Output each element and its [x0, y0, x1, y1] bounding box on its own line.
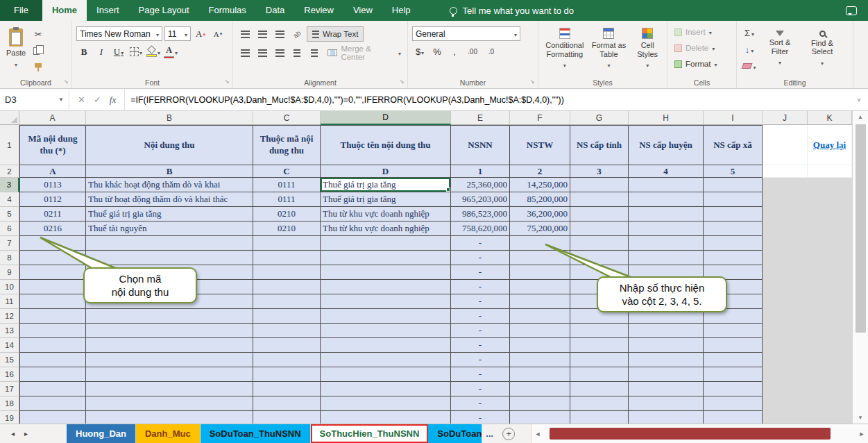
cell-B4[interactable]: Thu từ hoạt động thăm dò và khai thác [86, 192, 253, 207]
cell-D15[interactable] [321, 353, 451, 367]
cell-J6[interactable] [763, 222, 808, 236]
cell-J10[interactable] [763, 280, 808, 294]
accounting-format-button[interactable]: $ [412, 44, 427, 59]
cell-C7[interactable] [253, 236, 321, 251]
cell-C5[interactable]: 0210 [253, 207, 321, 222]
format-painter-button[interactable] [30, 60, 46, 75]
cell-K14[interactable] [808, 338, 852, 353]
decrease-decimal-button[interactable]: .0 [483, 45, 500, 59]
cell-B1[interactable]: Nội dung thu [86, 125, 253, 165]
cell-K13[interactable] [808, 324, 852, 338]
scroll-down-icon[interactable]: ▼ [853, 412, 868, 424]
cell-D8[interactable] [321, 251, 451, 265]
delete-cells-button[interactable]: Delete [672, 41, 717, 55]
cell-A1[interactable]: Mã nội dung thu (*) [19, 125, 86, 165]
cell-G13[interactable] [570, 324, 629, 338]
cell-G4[interactable] [570, 192, 629, 207]
cell-E8[interactable]: - [451, 251, 510, 265]
row-header-10[interactable]: 10 [0, 280, 19, 294]
cell-J13[interactable] [763, 324, 808, 338]
decrease-indent-button[interactable] [289, 46, 305, 60]
row-header-3[interactable]: 3 [0, 178, 19, 192]
number-dialog-launcher[interactable] [529, 78, 536, 85]
cell-J8[interactable] [763, 251, 808, 265]
enter-icon[interactable]: ✓ [94, 94, 101, 105]
cell-H7[interactable] [629, 236, 704, 251]
borders-button[interactable] [128, 44, 144, 59]
cell-F18[interactable] [510, 396, 570, 411]
column-header-F[interactable]: F [510, 111, 570, 125]
align-center-button[interactable] [255, 46, 270, 60]
column-header-I[interactable]: I [704, 111, 763, 125]
cell-I4[interactable] [704, 192, 763, 207]
cell-D12[interactable] [321, 309, 451, 324]
cell-C9[interactable] [253, 265, 321, 280]
cut-button[interactable]: ✂ [30, 26, 46, 42]
format-cells-button[interactable]: Format [672, 57, 720, 71]
cell-B13[interactable] [86, 324, 253, 338]
cell-H18[interactable] [629, 396, 704, 411]
comment-icon[interactable] [846, 6, 857, 15]
sheet-tab-Huong_Dan[interactable]: Huong_Dan [67, 424, 136, 443]
cell-H1[interactable]: NS cấp huyện [629, 125, 704, 165]
cell-J16[interactable] [763, 367, 808, 382]
paste-button[interactable]: Paste [4, 24, 28, 74]
percent-style-button[interactable]: % [429, 44, 445, 59]
row-header-16[interactable]: 16 [0, 367, 19, 382]
formula-input[interactable]: =IF(IFERROR(VLOOKUP(A3,Danh_Muc!$A:$D,4,… [125, 89, 850, 110]
cell-C2[interactable]: C [253, 165, 321, 178]
cell-K8[interactable] [808, 251, 852, 265]
row-header-13[interactable]: 13 [0, 324, 19, 338]
cell-B19[interactable] [86, 411, 253, 424]
font-name-combo[interactable]: Times New Roman [76, 26, 162, 41]
cell-D17[interactable] [321, 382, 451, 396]
cell-K4[interactable] [808, 192, 852, 207]
ribbon-tab-data[interactable]: Data [256, 0, 294, 21]
cell-K10[interactable] [808, 280, 852, 294]
cell-styles-button[interactable]: Cell Styles [631, 24, 664, 74]
cell-F5[interactable]: 36,200,000 [510, 207, 570, 222]
cell-E12[interactable]: - [451, 309, 510, 324]
cell-A9[interactable] [19, 265, 86, 280]
horizontal-scrollbar[interactable]: ◄ ► [531, 424, 868, 443]
cell-A14[interactable] [19, 338, 86, 353]
find-select-button[interactable]: Find & Select [802, 24, 842, 74]
cell-F9[interactable] [510, 265, 570, 280]
clear-button[interactable] [741, 58, 758, 74]
cell-E14[interactable]: - [451, 338, 510, 353]
cell-I2[interactable]: 5 [704, 165, 763, 178]
cell-K12[interactable] [808, 309, 852, 324]
fill-button[interactable]: ↓ [741, 42, 758, 57]
cell-B14[interactable] [86, 338, 253, 353]
cell-K15[interactable] [808, 353, 852, 367]
cell-F6[interactable]: 75,200,000 [510, 222, 570, 236]
increase-indent-button[interactable] [307, 46, 322, 60]
cell-C4[interactable]: 0111 [253, 192, 321, 207]
cell-K9[interactable] [808, 265, 852, 280]
column-header-E[interactable]: E [451, 111, 510, 125]
cancel-icon[interactable]: ✕ [78, 94, 85, 105]
cell-J11[interactable] [763, 294, 808, 309]
sheet-scroll-left-icon[interactable]: ◂ [11, 430, 15, 437]
ribbon-tab-insert[interactable]: Insert [87, 0, 129, 21]
cell-G19[interactable] [570, 411, 629, 424]
align-top-button[interactable] [237, 27, 253, 42]
cell-E18[interactable]: - [451, 396, 510, 411]
cell-J4[interactable] [763, 192, 808, 207]
column-header-J[interactable]: J [763, 111, 808, 125]
cell-E2[interactable]: 1 [451, 165, 510, 178]
cell-K18[interactable] [808, 396, 852, 411]
cell-J7[interactable] [763, 236, 808, 251]
column-header-A[interactable]: A [19, 111, 86, 125]
cell-F11[interactable] [510, 294, 570, 309]
row-header-7[interactable]: 7 [0, 236, 19, 251]
cell-H6[interactable] [629, 222, 704, 236]
back-link[interactable]: Quay lại [808, 125, 852, 165]
row-header-2[interactable]: 2 [0, 165, 19, 178]
cell-K16[interactable] [808, 367, 852, 382]
cell-H8[interactable] [629, 251, 704, 265]
cell-F16[interactable] [510, 367, 570, 382]
cell-D1[interactable]: Thuộc tên nội dung thu [321, 125, 451, 165]
cell-C1[interactable]: Thuộc mã nội dung thu [253, 125, 321, 165]
cell-I8[interactable] [704, 251, 763, 265]
